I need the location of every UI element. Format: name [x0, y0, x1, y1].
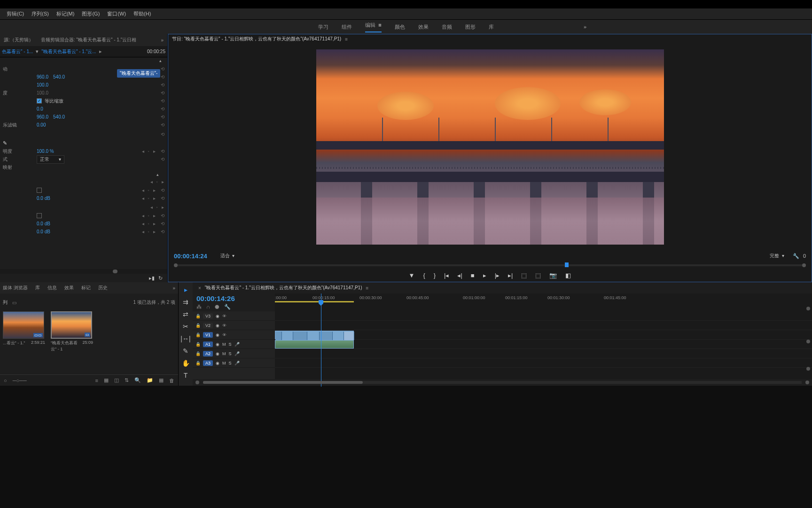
track-output-icon[interactable]: ◉ [216, 333, 219, 337]
menu-graphics[interactable]: 图形(G) [78, 10, 103, 17]
comparison-icon[interactable]: ◧ [565, 272, 571, 279]
media-thumbnail[interactable]: ▭▭ ...看云" - 1."2:59:21 [3, 311, 45, 352]
kf-add-icon[interactable]: ◦ [147, 221, 150, 226]
effects-tab[interactable]: 效果 [64, 285, 74, 291]
reset-icon[interactable]: ⟲ [161, 114, 164, 119]
loop-icon[interactable]: ↻ [158, 275, 163, 281]
anchor-x[interactable]: 960.0 [37, 114, 48, 119]
workspace-graphics[interactable]: 图形 [465, 24, 476, 31]
markers-tab[interactable]: 标记 [81, 285, 91, 291]
collapse-icon[interactable]: ▴ [156, 172, 159, 177]
scrubber-playhead[interactable] [565, 262, 569, 267]
track-v1-toggle[interactable]: V1 [203, 332, 213, 338]
settings-icon[interactable]: 🔧 [224, 304, 231, 310]
kf-prev-icon[interactable]: ◂ [141, 149, 145, 154]
workspace-learning[interactable]: 学习 [318, 24, 328, 31]
lock-icon[interactable]: 🔒 [195, 342, 200, 347]
panel-overflow-icon[interactable]: » [172, 286, 175, 291]
panel-menu-icon[interactable]: ≡ [366, 286, 368, 291]
type-tool-icon[interactable]: T [184, 372, 188, 379]
menu-markers[interactable]: 标记(M) [53, 10, 78, 17]
lift-icon[interactable]: ⬚ [521, 272, 527, 279]
workspace-library[interactable]: 库 [489, 24, 494, 31]
library-tab[interactable]: 库 [35, 285, 40, 291]
work-area-bar[interactable] [275, 301, 354, 302]
voice-over-icon[interactable]: 🎤 [234, 351, 240, 356]
audio-clip[interactable] [275, 340, 354, 349]
step-forward-icon[interactable]: |▸ [495, 272, 500, 279]
extract-icon[interactable]: ⬚ [535, 272, 541, 279]
rotation-value[interactable]: 0.0 [37, 106, 43, 111]
scroll-marker[interactable] [806, 367, 810, 371]
video-clip[interactable] [275, 331, 354, 339]
export-frame-icon[interactable]: 📷 [549, 272, 557, 279]
timeline-ruler[interactable]: :00:00 00:00:15:00 00:00:30:00 00:00:45:… [275, 294, 812, 311]
kf-next-icon[interactable]: ▸ [152, 221, 156, 226]
mute-button[interactable]: M [222, 342, 226, 347]
track-output-icon[interactable]: ◉ [216, 314, 219, 318]
reset-icon[interactable]: ⟲ [161, 196, 164, 201]
level-value[interactable]: 0.0 dB [37, 221, 50, 226]
workspace-effects[interactable]: 效果 [418, 24, 429, 31]
media-browser-tab[interactable]: 媒体 浏览器 [3, 285, 28, 291]
scrubber-end[interactable] [802, 263, 806, 267]
kf-add-icon[interactable]: ◦ [155, 179, 159, 184]
panel-overflow-icon[interactable]: » [161, 38, 164, 43]
kf-next-icon[interactable]: ▸ [161, 205, 164, 210]
opacity-value[interactable]: 100.0 % [37, 149, 54, 154]
reset-icon[interactable]: ⟲ [161, 157, 164, 162]
timeline-scrollbar[interactable] [203, 381, 802, 384]
reset-icon[interactable]: ⟲ [161, 221, 164, 226]
new-item-icon[interactable]: ▦ [159, 377, 164, 383]
reset-icon[interactable]: ⟲ [161, 82, 164, 87]
kf-add-icon[interactable]: ◦ [147, 188, 150, 193]
step-back-icon[interactable]: ◂| [457, 272, 462, 279]
reset-icon[interactable]: ⟲ [161, 74, 164, 79]
horizontal-scrollbar[interactable] [0, 269, 167, 274]
kf-add-icon[interactable]: ◦ [147, 213, 150, 218]
workspace-components[interactable]: 组件 [342, 24, 352, 31]
kf-prev-icon[interactable]: ◂ [149, 205, 153, 210]
kf-next-icon[interactable]: ▸ [161, 179, 164, 184]
pen-tool-icon[interactable]: ✎ [183, 347, 188, 355]
settings-icon[interactable]: 🔧 [793, 253, 799, 259]
reset-icon[interactable]: ⟲ [161, 122, 164, 127]
track-a3-toggle[interactable]: A3 [203, 360, 213, 366]
lock-icon[interactable]: 🔒 [195, 361, 200, 365]
solo-button[interactable]: S [229, 361, 232, 365]
play-indicator-icon[interactable]: ▸ [99, 48, 102, 55]
sort-icon[interactable]: ⇅ [125, 377, 129, 383]
list-view-icon[interactable]: ≡ [95, 378, 98, 383]
source-tab[interactable]: 源:（无剪辑） [4, 37, 33, 43]
info-tab[interactable]: 信息 [47, 285, 57, 291]
menu-sequence[interactable]: 序列(S) [28, 10, 53, 17]
timeline-timecode[interactable]: 00:00:14:26 [196, 294, 271, 302]
lock-icon[interactable]: 🔒 [195, 323, 200, 328]
track-output-icon[interactable]: ◉ [216, 351, 219, 356]
scrubber-track[interactable] [178, 264, 802, 266]
history-tab[interactable]: 历史 [98, 285, 108, 291]
selection-tool-icon[interactable]: ▸ [184, 286, 187, 294]
tab-close-icon[interactable]: × [198, 286, 201, 291]
bypass-checkbox[interactable] [37, 213, 42, 218]
go-to-out-icon[interactable]: ▸| [508, 272, 513, 279]
reset-icon[interactable]: ⟲ [161, 98, 164, 103]
kf-next-icon[interactable]: ▸ [152, 149, 156, 154]
reset-icon[interactable]: ⟲ [161, 149, 164, 154]
anti-flicker-value[interactable]: 0.00 [37, 122, 46, 127]
eye-icon[interactable]: 👁 [222, 323, 226, 328]
kf-add-icon[interactable]: ◦ [147, 229, 150, 234]
track-output-icon[interactable]: ◉ [216, 342, 219, 347]
kf-prev-icon[interactable]: ◂ [141, 188, 145, 193]
solo-button[interactable]: S [229, 342, 232, 347]
reset-icon[interactable]: ⟲ [161, 132, 164, 137]
lock-icon[interactable]: 🔒 [195, 351, 200, 356]
snap-icon[interactable]: ⁂ [196, 304, 202, 310]
track-v2-toggle[interactable]: V2 [203, 323, 213, 328]
bin-icon[interactable]: ▭ [12, 300, 16, 305]
stop-icon[interactable]: ■ [471, 272, 475, 279]
solo-button[interactable]: S [229, 351, 232, 356]
zoom-fit-select[interactable]: 适合 ▾ [220, 253, 235, 259]
scale-value[interactable]: 100.0 [37, 82, 48, 87]
program-timecode[interactable]: 00:00:14:24 [174, 253, 207, 260]
